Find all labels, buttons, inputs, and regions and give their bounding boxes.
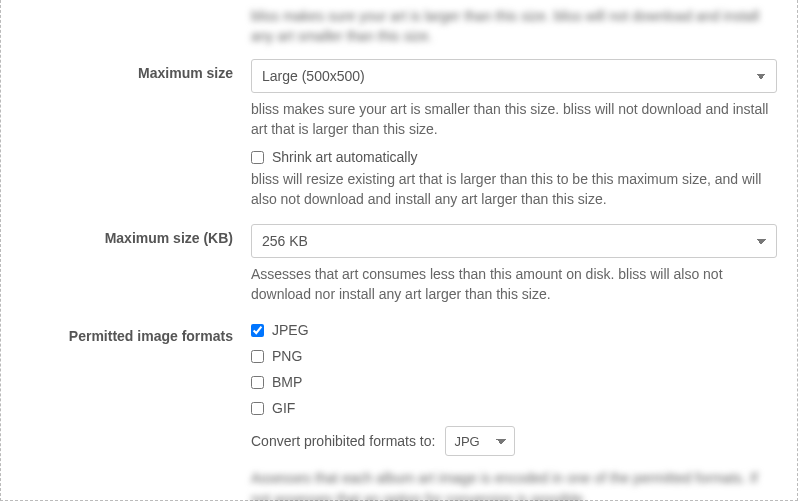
format-bmp-row[interactable]: BMP: [251, 374, 777, 390]
max-size-kb-row: Maximum size (KB) 256 KB Assesses that a…: [21, 224, 777, 305]
max-size-select[interactable]: Large (500x500): [251, 59, 777, 93]
prev-setting-help: bliss makes sure your art is larger than…: [21, 0, 777, 47]
format-bmp-label: BMP: [272, 374, 302, 390]
permitted-formats-label: Permitted image formats: [21, 322, 251, 501]
permitted-formats-row: Permitted image formats JPEG PNG BMP GIF…: [21, 322, 777, 501]
max-size-kb-help: Assesses that art consumes less than thi…: [251, 264, 777, 305]
format-png-checkbox[interactable]: [251, 350, 264, 363]
format-jpeg-label: JPEG: [272, 322, 309, 338]
format-gif-row[interactable]: GIF: [251, 400, 777, 416]
shrink-checkbox-row[interactable]: Shrink art automatically: [251, 149, 777, 165]
prev-help-text: bliss makes sure your art is larger than…: [251, 6, 777, 47]
permitted-help-blur: Assesses that each album art image is en…: [251, 468, 777, 501]
format-jpeg-row[interactable]: JPEG: [251, 322, 777, 338]
format-jpeg-checkbox[interactable]: [251, 324, 264, 337]
settings-panel: bliss makes sure your art is larger than…: [0, 0, 798, 501]
max-size-kb-label: Maximum size (KB): [21, 224, 251, 305]
shrink-checkbox[interactable]: [251, 151, 264, 164]
convert-row: Convert prohibited formats to: JPG: [251, 426, 777, 456]
max-size-label: Maximum size: [21, 59, 251, 210]
format-gif-checkbox[interactable]: [251, 402, 264, 415]
format-png-row[interactable]: PNG: [251, 348, 777, 364]
shrink-help: bliss will resize existing art that is l…: [251, 169, 777, 210]
max-size-help: bliss makes sure your art is smaller tha…: [251, 99, 777, 140]
format-png-label: PNG: [272, 348, 302, 364]
shrink-label: Shrink art automatically: [272, 149, 418, 165]
max-size-kb-select[interactable]: 256 KB: [251, 224, 777, 258]
convert-label: Convert prohibited formats to:: [251, 433, 435, 449]
convert-format-select[interactable]: JPG: [445, 426, 515, 456]
max-size-row: Maximum size Large (500x500) bliss makes…: [21, 59, 777, 210]
format-bmp-checkbox[interactable]: [251, 376, 264, 389]
format-gif-label: GIF: [272, 400, 295, 416]
